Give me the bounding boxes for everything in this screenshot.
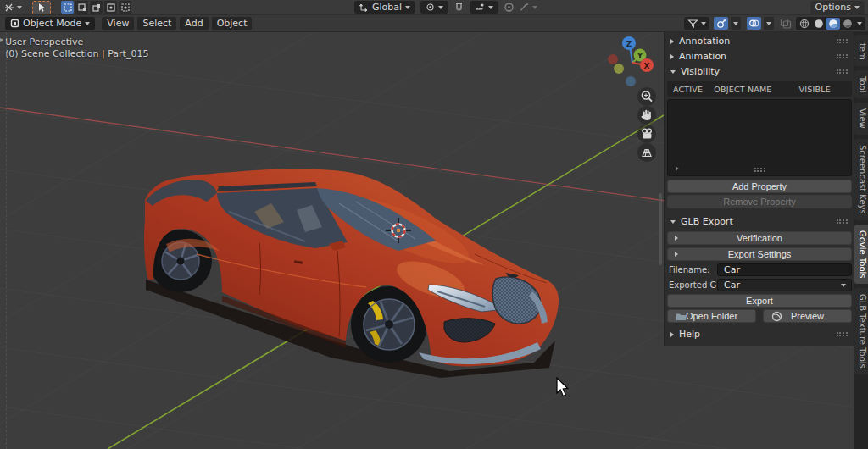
proportional-editing-icon[interactable] (504, 2, 515, 13)
disclosure-triangle-icon (670, 54, 674, 59)
menu-object[interactable]: Object (212, 17, 253, 30)
tab-screencast-keys[interactable]: Screencast Keys (854, 139, 868, 220)
options-label: Options (815, 2, 851, 13)
chevron-down-icon (532, 6, 537, 9)
chevron-down-icon (841, 284, 846, 287)
gizmo-axis-neg-y[interactable] (614, 64, 624, 74)
chevron-down-icon (857, 22, 862, 25)
menu-select[interactable]: Select (137, 17, 176, 30)
disclosure-triangle-icon (675, 236, 678, 241)
chevron-down-icon (405, 6, 410, 9)
gizmo-axis-neg-z[interactable] (626, 76, 636, 86)
export-button[interactable]: Export (667, 294, 852, 308)
pan-view-button[interactable] (637, 106, 656, 125)
visibility-object-list[interactable] (667, 99, 852, 176)
remove-property-button[interactable]: Remove Property (667, 195, 852, 208)
shading-rendered-button[interactable] (840, 18, 854, 30)
tab-view[interactable]: View (854, 103, 868, 135)
select-mode-extend[interactable] (75, 1, 88, 14)
object-mode-icon (10, 19, 19, 28)
proportional-falloff-dropdown[interactable] (520, 3, 537, 12)
gizmo-dropdown[interactable] (731, 17, 741, 30)
shading-dropdown[interactable] (854, 18, 865, 30)
tab-tool[interactable]: Tool (854, 70, 868, 98)
select-mode-subtract[interactable] (90, 1, 103, 14)
select-mode-intersect[interactable] (119, 1, 131, 14)
gizmo-axis-z[interactable]: Z (622, 36, 636, 50)
select-mode-new[interactable] (61, 1, 74, 14)
toolbar-region-edge (6, 32, 7, 449)
camera-view-button[interactable] (637, 125, 656, 143)
tab-item[interactable]: Item (854, 35, 868, 66)
viewport-scrollbar[interactable] (659, 193, 662, 265)
toolbar-expand-arrow[interactable]: ▸ (0, 36, 3, 43)
shading-mode-group (796, 17, 865, 30)
snap-magnet-icon[interactable] (453, 2, 465, 13)
verification-subpanel-button[interactable]: Verification (667, 231, 852, 245)
show-overlays-toggle[interactable] (747, 17, 761, 30)
add-property-button[interactable]: Add Property (667, 180, 852, 193)
disclosure-triangle-icon (670, 70, 676, 74)
editor-3d-viewport-icon (3, 3, 15, 13)
chevron-down-icon (488, 6, 493, 9)
tab-govie-tools[interactable]: Govie Tools (854, 224, 868, 285)
filter-funnel-icon (687, 19, 698, 28)
visibility-table-header: ACTIVE OBJECT NAME VISIBLE (667, 81, 852, 97)
overlays-icon (748, 19, 760, 28)
chevron-down-icon (17, 6, 22, 9)
object-visibility-filter-dropdown[interactable] (684, 17, 709, 30)
shading-solid-button[interactable] (811, 18, 826, 30)
panel-annotation[interactable]: Annotation (665, 34, 854, 48)
pivot-point-dropdown[interactable] (420, 1, 448, 14)
mouse-cursor (555, 377, 572, 399)
zoom-view-button[interactable] (637, 87, 656, 106)
list-expand-icon[interactable] (676, 166, 678, 170)
active-tool-select-box[interactable] (32, 1, 51, 14)
menu-add[interactable]: Add (180, 17, 208, 30)
shading-wireframe-button[interactable] (797, 18, 811, 30)
tab-glb-texture-tools[interactable]: GLB Texture Tools (854, 288, 868, 374)
menu-view[interactable]: View (102, 17, 134, 30)
snap-target-dropdown[interactable] (470, 1, 498, 14)
xray-toggle-icon[interactable] (780, 18, 792, 29)
select-mode-invert[interactable] (104, 1, 117, 14)
exported-glb-row: Exported GL... Car (665, 279, 854, 292)
chevron-down-icon (766, 22, 771, 25)
editor-type-selector[interactable] (3, 3, 22, 13)
preview-button[interactable]: Preview (763, 309, 852, 323)
column-object-name: OBJECT NAME (714, 85, 771, 94)
car-model[interactable] (144, 169, 559, 378)
filename-input[interactable] (717, 263, 852, 276)
mode-dropdown[interactable]: Object Mode (5, 17, 95, 30)
gizmo-axis-neg-x[interactable] (608, 54, 618, 64)
panel-visibility[interactable]: Visibility (665, 64, 854, 79)
panel-animation[interactable]: Animation (665, 49, 854, 64)
wireframe-sphere-icon (799, 19, 810, 29)
perspective-toggle-button[interactable] (637, 143, 656, 162)
panel-drag-grip[interactable] (837, 332, 848, 336)
transform-orientation-dropdown[interactable]: Global (354, 1, 415, 14)
scene-breadcrumb: (0) Scene Collection | Part_015 (5, 48, 148, 59)
panel-help[interactable]: Help (665, 327, 854, 341)
panel-drag-grip[interactable] (837, 219, 848, 224)
gizmo-axis-x[interactable]: X (640, 58, 654, 72)
show-gizmo-toggle[interactable] (714, 17, 728, 30)
filename-label: Filename: (669, 263, 716, 276)
list-resize-grip[interactable] (754, 168, 765, 172)
panel-drag-grip[interactable] (837, 39, 848, 43)
overlays-dropdown[interactable] (764, 17, 774, 30)
exported-glb-select[interactable]: Car (717, 279, 852, 291)
orientation-axes-icon (359, 3, 369, 12)
navigation-gizmo[interactable]: Z Y X (604, 34, 660, 90)
sidebar-tab-strip: Item Tool View Screencast Keys Govie Too… (854, 32, 868, 449)
chevron-down-icon (701, 22, 706, 25)
panel-drag-grip[interactable] (837, 54, 848, 58)
material-sphere-icon (828, 19, 838, 29)
grid-dome-icon (639, 145, 654, 160)
shading-material-preview-button[interactable] (826, 18, 840, 30)
panel-glb-export[interactable]: GLB Export (665, 214, 854, 229)
panel-drag-grip[interactable] (837, 69, 848, 74)
options-dropdown[interactable]: Options (810, 1, 865, 14)
export-settings-subpanel-button[interactable]: Export Settings (667, 247, 852, 261)
open-folder-button[interactable]: Open Folder (667, 309, 756, 323)
